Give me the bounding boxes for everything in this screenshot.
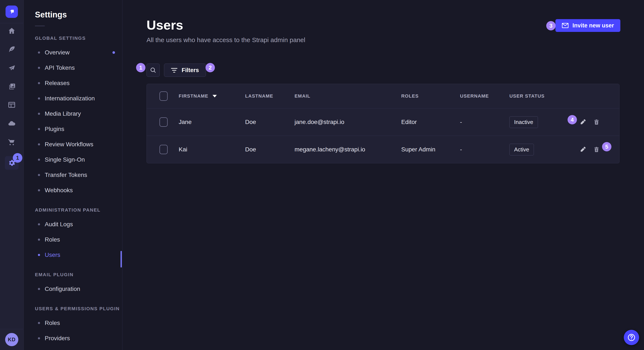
column-header-roles: ROLES bbox=[401, 93, 460, 99]
section-global-settings: GLOBAL SETTINGS Overview API Tokens Rele… bbox=[24, 35, 122, 198]
content-manager-icon[interactable] bbox=[5, 101, 18, 109]
media-library-icon[interactable] bbox=[5, 82, 18, 91]
sidebar-item-single-sign-on[interactable]: Single Sign-On bbox=[24, 152, 122, 167]
column-header-lastname: LASTNAME bbox=[245, 93, 294, 99]
column-header-username: USERNAME bbox=[460, 93, 510, 99]
users-table: FIRSTNAME LASTNAME EMAIL ROLES USERNAME … bbox=[146, 84, 620, 163]
cell-lastname: Doe bbox=[245, 146, 294, 153]
sidebar-item-admin-roles[interactable]: Roles bbox=[24, 232, 122, 247]
table-row[interactable]: Kai Doe megane.lacheny@strapi.io Super A… bbox=[147, 136, 619, 163]
column-header-user-status: USER STATUS bbox=[510, 93, 580, 99]
delete-user-button[interactable] bbox=[593, 146, 600, 153]
column-header-firstname[interactable]: FIRSTNAME bbox=[179, 93, 245, 99]
user-avatar[interactable]: KD bbox=[5, 333, 18, 346]
annotation-badge-5: 5 bbox=[602, 142, 612, 151]
sidebar-item-releases[interactable]: Releases bbox=[24, 75, 122, 91]
cell-roles: Editor bbox=[401, 119, 460, 126]
page-subtitle: All the users who have access to the Str… bbox=[146, 36, 644, 44]
cell-lastname: Doe bbox=[245, 119, 294, 126]
help-button[interactable] bbox=[624, 330, 639, 345]
marketplace-cart-icon[interactable] bbox=[5, 138, 18, 146]
status-badge: Inactive bbox=[510, 116, 538, 128]
overview-notification-dot bbox=[112, 51, 115, 54]
paper-plane-icon[interactable] bbox=[5, 64, 18, 72]
annotation-badge-3: 3 bbox=[546, 21, 556, 30]
sidebar-item-overview[interactable]: Overview bbox=[24, 45, 122, 60]
bullet-icon bbox=[38, 189, 40, 191]
toolbar: Filters bbox=[146, 64, 644, 77]
cell-username: - bbox=[460, 119, 510, 126]
sidebar-item-internationalization[interactable]: Internationalization bbox=[24, 91, 122, 106]
bullet-icon bbox=[38, 51, 40, 54]
question-mark-icon bbox=[627, 333, 636, 342]
annotation-badge-4: 4 bbox=[568, 115, 577, 124]
strapi-logo-icon bbox=[8, 8, 16, 15]
search-button[interactable] bbox=[146, 64, 160, 77]
main-content: Users All the users who have access to t… bbox=[123, 0, 644, 350]
trash-icon bbox=[593, 119, 600, 125]
search-icon bbox=[150, 67, 156, 74]
cell-firstname: Kai bbox=[179, 146, 245, 153]
bullet-icon bbox=[38, 223, 40, 225]
bullet-icon bbox=[38, 67, 40, 69]
column-header-email: EMAIL bbox=[294, 93, 401, 99]
subnav-title: Settings bbox=[24, 0, 122, 19]
bullet-icon bbox=[38, 128, 40, 130]
sidebar-item-webhooks[interactable]: Webhooks bbox=[24, 183, 122, 198]
sidebar-item-providers[interactable]: Providers bbox=[24, 331, 122, 346]
bullet-icon bbox=[38, 254, 40, 256]
settings-notification-badge: 1 bbox=[13, 153, 22, 163]
cell-username: - bbox=[460, 146, 510, 153]
bullet-icon bbox=[38, 82, 40, 84]
edit-user-button[interactable] bbox=[580, 146, 586, 153]
delete-user-button[interactable] bbox=[593, 119, 600, 125]
table-header-row: FIRSTNAME LASTNAME EMAIL ROLES USERNAME … bbox=[147, 84, 619, 108]
table-row[interactable]: Jane Doe jane.doe@strapi.io Editor - Ina… bbox=[147, 108, 619, 136]
bullet-icon bbox=[38, 239, 40, 241]
home-icon[interactable] bbox=[5, 26, 18, 35]
select-all-checkbox[interactable] bbox=[160, 91, 168, 101]
bullet-icon bbox=[38, 113, 40, 115]
trash-icon bbox=[593, 146, 600, 153]
sidebar-item-media-library[interactable]: Media Library bbox=[24, 106, 122, 121]
sort-caret-down-icon[interactable] bbox=[212, 95, 217, 97]
sidebar-item-audit-logs[interactable]: Audit Logs bbox=[24, 217, 122, 232]
sidebar-item-users[interactable]: Users bbox=[24, 247, 122, 263]
main-nav-rail: 1 KD bbox=[0, 0, 24, 350]
sidebar-item-configuration[interactable]: Configuration bbox=[24, 281, 122, 297]
filters-button[interactable]: Filters bbox=[164, 64, 206, 77]
bullet-icon bbox=[38, 143, 40, 146]
cell-firstname: Jane bbox=[179, 119, 245, 126]
feather-icon[interactable] bbox=[5, 45, 18, 54]
row-checkbox[interactable] bbox=[160, 117, 168, 127]
strapi-logo[interactable] bbox=[6, 5, 18, 18]
sidebar-item-plugins[interactable]: Plugins bbox=[24, 121, 122, 137]
cell-email: megane.lacheny@strapi.io bbox=[294, 146, 401, 153]
section-label: ADMINISTRATION PANEL bbox=[24, 207, 122, 213]
cloud-icon[interactable] bbox=[5, 119, 18, 128]
status-badge: Active bbox=[510, 144, 534, 156]
subnav-title-divider bbox=[35, 26, 45, 26]
pencil-icon bbox=[580, 146, 586, 153]
annotation-badge-1: 1 bbox=[136, 63, 146, 72]
sidebar-item-transfer-tokens[interactable]: Transfer Tokens bbox=[24, 167, 122, 183]
bullet-icon bbox=[38, 97, 40, 100]
settings-gear-icon[interactable]: 1 bbox=[5, 156, 18, 170]
section-label: EMAIL PLUGIN bbox=[24, 272, 122, 278]
section-label: USERS & PERMISSIONS PLUGIN bbox=[24, 306, 122, 312]
sidebar-item-review-workflows[interactable]: Review Workflows bbox=[24, 137, 122, 152]
pencil-icon bbox=[580, 119, 586, 125]
sidebar-item-up-roles[interactable]: Roles bbox=[24, 315, 122, 331]
invite-new-user-button[interactable]: Invite new user bbox=[556, 19, 620, 32]
subnav-scrollbar-thumb[interactable] bbox=[120, 251, 122, 268]
sidebar-item-api-tokens[interactable]: API Tokens bbox=[24, 60, 122, 75]
section-users-permissions-plugin: USERS & PERMISSIONS PLUGIN Roles Provide… bbox=[24, 306, 122, 346]
rail-footer: KD bbox=[0, 329, 24, 350]
annotation-badge-2: 2 bbox=[206, 63, 215, 72]
section-label: GLOBAL SETTINGS bbox=[24, 35, 122, 41]
filter-icon bbox=[171, 68, 178, 72]
edit-user-button[interactable] bbox=[580, 119, 586, 125]
settings-subnav: Settings GLOBAL SETTINGS Overview API To… bbox=[24, 0, 122, 350]
row-checkbox[interactable] bbox=[160, 145, 168, 154]
mail-icon bbox=[562, 23, 568, 28]
